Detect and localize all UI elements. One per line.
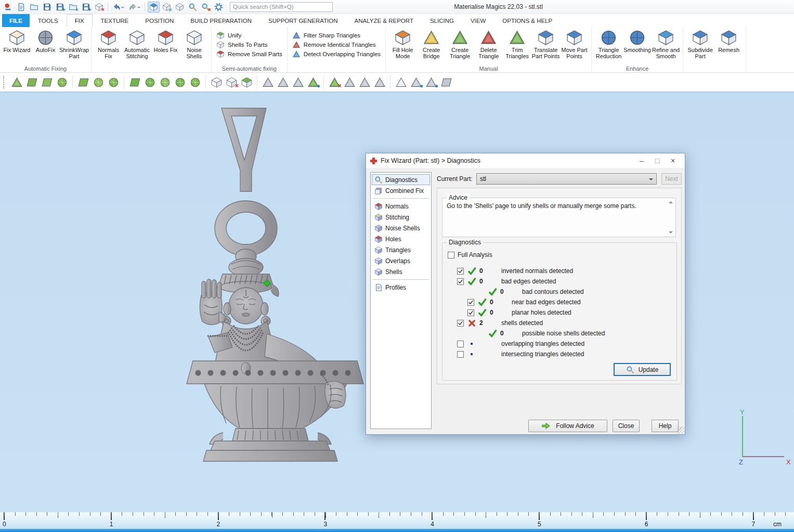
marking-tool-icon[interactable] <box>128 75 141 89</box>
quick-access-icon[interactable] <box>111 2 123 12</box>
ribbon-small-button[interactable]: Remove Identical Triangles <box>292 40 381 49</box>
ribbon-button[interactable]: Triangle Reduction <box>594 29 623 60</box>
follow-advice-button[interactable]: Follow Advice <box>528 420 607 432</box>
diagnostic-checkbox[interactable] <box>467 299 474 306</box>
ribbon-button[interactable]: Remesh <box>714 29 743 53</box>
ribbon-small-button[interactable]: Shells To Parts <box>216 40 282 49</box>
wizard-page-item[interactable] <box>372 277 430 282</box>
marking-tool-icon[interactable] <box>306 75 320 89</box>
marking-tool-icon[interactable] <box>25 75 38 89</box>
quick-access-icon[interactable] <box>41 2 53 12</box>
marking-tool-icon[interactable] <box>92 75 105 89</box>
ribbon-button[interactable]: Automatic Stitching <box>123 29 151 60</box>
scroll-down-icon[interactable] <box>669 231 673 236</box>
viewport-3d[interactable]: Y Z X Fix Wizard (Part: stl) > Diagnosti… <box>0 93 794 512</box>
toolbar-drag-handle[interactable] <box>3 76 6 88</box>
current-part-select[interactable]: stl <box>476 173 657 185</box>
menu-tab[interactable]: BUILD PREPARATION <box>182 14 260 27</box>
menu-tab[interactable]: SUPPORT GENERATION <box>260 14 346 27</box>
wizard-page-item[interactable]: Noise Shells <box>372 223 430 233</box>
quick-access-icon[interactable] <box>148 2 160 12</box>
ribbon-small-button[interactable]: Unify <box>216 31 282 40</box>
diagnostic-row[interactable]: 0 bad contours detected <box>442 287 676 297</box>
ribbon-button[interactable]: Holes Fix <box>151 29 180 53</box>
diagnostic-checkbox[interactable] <box>457 278 464 285</box>
diagnostic-checkbox[interactable] <box>457 268 464 275</box>
ribbon-button[interactable]: Translate Part Points <box>531 29 560 60</box>
maximize-button[interactable] <box>649 155 665 166</box>
help-button[interactable]: Help <box>652 420 679 432</box>
wizard-page-item[interactable] <box>372 196 430 201</box>
ribbon-button[interactable]: Create Triangle <box>446 29 474 60</box>
marking-tool-icon[interactable] <box>291 75 305 89</box>
update-button[interactable]: Update <box>614 363 671 376</box>
wizard-page-item[interactable]: Holes <box>372 233 430 244</box>
menu-tab[interactable]: VIEW <box>462 14 494 27</box>
quick-access-icon[interactable] <box>80 2 92 12</box>
quick-access-icon[interactable] <box>143 2 147 12</box>
ribbon-button[interactable]: Delete Triangle <box>474 29 503 60</box>
minimize-button[interactable]: – <box>634 155 649 166</box>
ribbon-button[interactable]: Fill Hole Mode <box>388 29 417 60</box>
ribbon-button[interactable]: Create Bridge <box>417 29 446 60</box>
quick-access-icon[interactable] <box>200 2 212 12</box>
marking-tool-icon[interactable] <box>40 75 54 89</box>
marking-tool-icon[interactable] <box>188 75 202 89</box>
marking-tool-icon[interactable] <box>388 75 393 89</box>
marking-tool-icon[interactable] <box>321 75 326 89</box>
diagnostic-checkbox[interactable] <box>457 351 464 358</box>
wizard-page-item[interactable]: Shells <box>372 266 430 277</box>
marking-tool-icon[interactable] <box>210 75 223 89</box>
menu-tab[interactable]: FILE <box>2 14 30 27</box>
marking-tool-icon[interactable] <box>173 75 187 89</box>
resize-grip[interactable] <box>677 426 684 434</box>
quick-access-icon[interactable] <box>127 2 139 12</box>
wizard-page-item[interactable]: Profiles <box>372 282 430 293</box>
ribbon-button[interactable]: Noise Shells <box>180 29 209 60</box>
ribbon-small-button[interactable]: Filter Sharp Triangles <box>292 31 381 40</box>
marking-tool-icon[interactable] <box>107 75 120 89</box>
marking-tool-icon[interactable] <box>55 75 69 89</box>
diagnostic-row[interactable]: 0 bad edges detected <box>442 276 676 287</box>
close-dialog-button[interactable]: Close <box>613 420 640 432</box>
ribbon-small-button[interactable]: Detect Overlapping Triangles <box>292 49 381 59</box>
marking-tool-icon[interactable] <box>276 75 290 89</box>
menu-tab[interactable]: SLICING <box>422 14 462 27</box>
marking-tool-icon[interactable] <box>240 75 253 89</box>
marking-tool-icon[interactable] <box>343 75 356 89</box>
diagnostic-row[interactable]: 0 inverted normals detected <box>442 266 676 276</box>
ribbon-button[interactable]: Fix Wizard <box>3 29 31 53</box>
marking-tool-icon[interactable] <box>261 75 275 89</box>
marking-tool-icon[interactable] <box>373 75 386 89</box>
quick-access-icon[interactable] <box>93 2 105 12</box>
diagnostic-row[interactable]: 0 planar holes detected <box>442 307 676 318</box>
marking-tool-icon[interactable] <box>358 75 371 89</box>
quick-access-icon[interactable] <box>161 2 173 12</box>
full-analysis-checkbox[interactable] <box>448 252 454 258</box>
close-button[interactable]: × <box>665 155 681 166</box>
marking-tool-icon[interactable] <box>203 75 208 89</box>
menu-tab[interactable]: TEXTURE <box>93 14 137 27</box>
ribbon-button[interactable]: AutoFix <box>31 29 60 53</box>
menu-tab[interactable]: FIX <box>67 14 93 27</box>
ribbon-button[interactable]: Normals Fix <box>94 29 123 60</box>
diagnostic-checkbox[interactable] <box>457 341 464 347</box>
wizard-page-item[interactable]: Triangles <box>372 244 430 255</box>
full-analysis-row[interactable]: Full Analysis <box>448 251 492 258</box>
diagnostic-row[interactable]: 0 near bad edges detected <box>442 297 676 307</box>
menu-tab[interactable]: POSITION <box>137 14 182 27</box>
marking-tool-icon[interactable] <box>255 75 259 89</box>
advice-scrollbar[interactable] <box>667 199 674 236</box>
marking-tool-icon[interactable] <box>328 75 341 89</box>
diagnostic-row[interactable]: overlapping triangles detected <box>442 339 676 349</box>
ribbon-button[interactable]: ShrinkWrap Part <box>60 29 88 60</box>
wizard-page-item[interactable]: Diagnostics <box>372 174 430 185</box>
wizard-page-item[interactable]: Combined Fix <box>372 185 430 196</box>
menu-tab[interactable]: ANALYZE & REPORT <box>346 14 422 27</box>
diagnostic-row[interactable]: 0 possible noise shells detected <box>442 328 676 339</box>
marking-tool-icon[interactable] <box>70 75 75 89</box>
quick-access-icon[interactable] <box>187 2 199 12</box>
marking-tool-icon[interactable] <box>439 75 453 89</box>
quick-access-icon[interactable] <box>106 2 110 12</box>
diagnostic-row[interactable]: 2 shells detected <box>442 318 676 328</box>
